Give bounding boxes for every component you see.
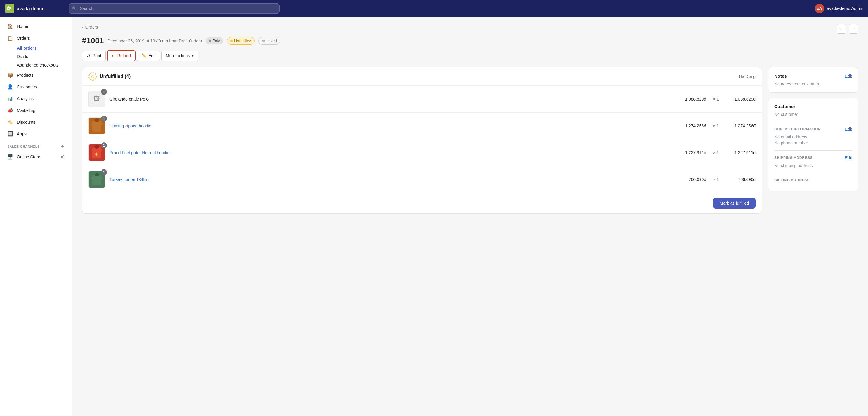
sales-channels-section: SALES CHANNELS ＋ (0, 140, 72, 151)
add-sales-channel-btn[interactable]: ＋ (60, 143, 65, 149)
divider-contact (774, 122, 852, 122)
orders-icon: 📋 (7, 35, 13, 41)
home-icon: 🏠 (7, 24, 13, 29)
sidebar-item-products[interactable]: 📦 Products (2, 69, 70, 81)
notes-edit-btn[interactable]: Edit (845, 74, 852, 78)
next-order-btn[interactable]: → (849, 24, 858, 34)
customer-header: Customer (774, 104, 852, 109)
print-icon: 🖨 (87, 53, 91, 58)
refund-btn[interactable]: ↩ Refund (107, 50, 135, 61)
order-meta: December 26, 2019 at 10:49 am from Draft… (107, 38, 202, 43)
notes-card: Notes Edit No notes from customer (768, 67, 858, 93)
sidebar-label-customers: Customers (17, 84, 37, 90)
item-price-4: 766.690đ (689, 177, 706, 182)
shipping-address-label: SHIPPING ADDRESS (774, 155, 812, 160)
refund-icon: ↩ (112, 53, 116, 58)
print-btn[interactable]: 🖨 Print (82, 50, 106, 61)
sidebar-label-home: Home (17, 24, 28, 29)
item-name-3[interactable]: Proud Firefighter Normal hoodie (110, 150, 681, 155)
item-qty-badge-1: 1 (101, 89, 107, 95)
sidebar-label-orders: Orders (17, 36, 30, 41)
customer-empty: No customer (774, 112, 798, 117)
order-item: 🔥 1 Proud Firefighter Normal hoodie 1.22… (82, 139, 762, 166)
products-icon: 📦 (7, 72, 13, 78)
mark-fulfilled-btn[interactable]: Mark as fulfilled (713, 198, 755, 209)
fulfillment-title: ◌ Unfulfilled (4) (88, 72, 130, 81)
right-sidebar: Notes Edit No notes from customer Custom… (768, 67, 858, 196)
sidebar-item-orders[interactable]: 📋 Orders (2, 32, 70, 44)
more-actions-btn[interactable]: More actions ▾ (161, 50, 198, 61)
item-qty-4: × 1 (713, 177, 719, 182)
svg-rect-3 (94, 145, 99, 149)
sidebar: 🏠 Home 📋 Orders All orders Drafts Abando… (0, 17, 72, 416)
item-price-3: 1.227.911đ (685, 150, 706, 155)
edit-label: Edit (148, 53, 156, 58)
order-item: 🖼 1 Girolando cattle Polo 1.088.829đ × 1… (82, 85, 762, 112)
fulfillment-location: Ha Dong (739, 74, 755, 79)
item-total-3: 1.227.911đ (725, 150, 755, 155)
notes-empty: No notes from customer (774, 81, 819, 86)
sidebar-item-customers[interactable]: 👤 Customers (2, 81, 70, 93)
store-logo[interactable]: 🛍 avada-demo (5, 4, 65, 13)
chevron-down-icon: ▾ (192, 53, 194, 58)
edit-btn[interactable]: ✏️ Edit (137, 50, 160, 61)
badge-unfulfilled: Unfulfilled (227, 37, 255, 44)
store-name: avada-demo (17, 6, 43, 11)
paid-label: Paid (213, 38, 220, 43)
sidebar-label-marketing: Marketing (17, 108, 35, 113)
sidebar-item-analytics[interactable]: 📊 Analytics (2, 93, 70, 104)
contact-info-edit-btn[interactable]: Edit (845, 127, 852, 132)
item-qty-3: × 1 (713, 150, 719, 155)
sidebar-item-home[interactable]: 🏠 Home (2, 21, 70, 32)
contact-info-label: CONTACT INFORMATION (774, 127, 821, 131)
item-name-4[interactable]: Turkey hunter T-Shirt (110, 177, 684, 182)
svg-rect-0 (92, 121, 101, 132)
sidebar-sub-abandoned[interactable]: Abandoned checkouts (2, 61, 70, 69)
breadcrumb-label: Orders (85, 25, 98, 30)
billing-address-header: BILLING ADDRESS (774, 178, 852, 182)
sales-channels-label: SALES CHANNELS (7, 145, 40, 148)
item-name-2[interactable]: Hunting zipped hoodie (110, 124, 681, 128)
unfulfilled-icon: ◌ (88, 72, 97, 81)
shopify-icon: 🛍 (5, 4, 14, 13)
sidebar-label-drafts: Drafts (17, 54, 28, 59)
online-store-icon: 🖥️ (7, 154, 13, 160)
item-qty-badge-4: 1 (101, 169, 107, 175)
sidebar-sub-all-orders[interactable]: All orders (2, 44, 70, 53)
marketing-icon: 📣 (7, 107, 13, 113)
item-image-wrap-4: 1 (88, 171, 105, 188)
search-input[interactable] (69, 3, 280, 13)
item-price-1: 1.088.829đ (685, 97, 706, 101)
sidebar-item-discounts[interactable]: 🏷️ Discounts (2, 116, 70, 128)
fulfillment-title-text: Unfulfilled (4) (100, 74, 130, 79)
sidebar-label-apps: Apps (17, 132, 27, 136)
sidebar-sub-drafts[interactable]: Drafts (2, 53, 70, 61)
badge-archived: Archived (258, 37, 280, 44)
sidebar-item-marketing[interactable]: 📣 Marketing (2, 104, 70, 116)
sidebar-label-analytics: Analytics (17, 96, 34, 101)
breadcrumb-arrow: ‹ (82, 25, 84, 30)
svg-rect-5 (92, 175, 101, 185)
order-item: 1 Turkey hunter T-Shirt 766.690đ × 1 766… (82, 166, 762, 193)
order-header: #1001 December 26, 2019 at 10:49 am from… (82, 36, 858, 45)
shipping-address-edit-btn[interactable]: Edit (845, 155, 852, 160)
order-item: 1 Hunting zipped hoodie 1.274.256đ × 1 1… (82, 112, 762, 139)
breadcrumb[interactable]: ‹ Orders (82, 25, 98, 30)
item-total-1: 1.088.829đ (725, 97, 755, 101)
discounts-icon: 🏷️ (7, 119, 13, 125)
item-name-1: Girolando cattle Polo (110, 97, 681, 101)
user-menu[interactable]: aA avada-demo Admin (815, 4, 863, 13)
sidebar-item-apps[interactable]: 🔲 Apps (2, 128, 70, 140)
more-actions-label: More actions (166, 53, 190, 58)
unfulfilled-dot (230, 40, 233, 42)
sidebar-label-discounts: Discounts (17, 120, 35, 125)
order-navigation: ← → (837, 24, 858, 34)
item-qty-2: × 1 (713, 124, 719, 128)
search-icon: 🔍 (72, 6, 77, 11)
notes-title: Notes (774, 73, 787, 78)
notes-header: Notes Edit (774, 73, 852, 78)
sidebar-item-online-store[interactable]: 🖥️ Online Store 👁 (2, 151, 70, 163)
prev-order-btn[interactable]: ← (837, 24, 846, 34)
fulfillment-card-footer: Mark as fulfilled (82, 193, 762, 213)
no-phone: No phone number (774, 141, 852, 145)
